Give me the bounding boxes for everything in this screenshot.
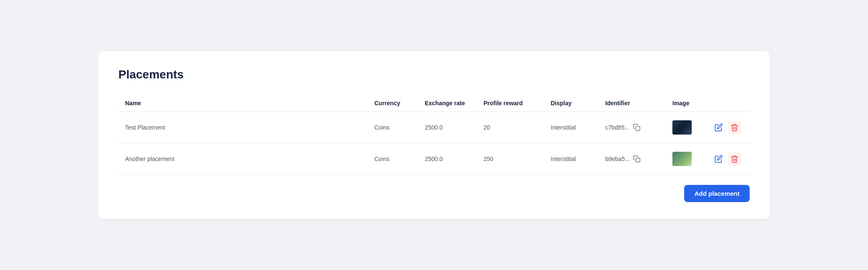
cell-profile-reward: 250 xyxy=(477,143,544,175)
cell-identifier: c7bd85... xyxy=(599,112,666,143)
col-header-actions xyxy=(708,95,750,112)
col-header-image: Image xyxy=(666,95,708,112)
cell-image xyxy=(666,143,708,175)
copy-icon[interactable] xyxy=(633,124,641,131)
placements-card: Placements Name Currency Exchange rate P… xyxy=(98,51,770,219)
cell-currency: Coins xyxy=(368,112,418,143)
cell-name: Test Placement xyxy=(118,112,368,143)
cell-actions xyxy=(708,112,750,143)
col-header-profile-reward: Profile reward xyxy=(477,95,544,112)
cell-image xyxy=(666,112,708,143)
col-header-identifier: Identifier xyxy=(599,95,666,112)
edit-button[interactable] xyxy=(714,155,723,163)
cell-display: Interstitial xyxy=(544,112,599,143)
table-row: Test Placement Coins 2500.0 20 Interstit… xyxy=(118,112,750,143)
col-header-display: Display xyxy=(544,95,599,112)
cell-display: Interstitial xyxy=(544,143,599,175)
placements-table: Name Currency Exchange rate Profile rewa… xyxy=(118,95,750,175)
placement-image xyxy=(672,152,692,166)
edit-button[interactable] xyxy=(714,123,723,132)
cell-actions xyxy=(708,143,750,175)
footer-row: Add placement xyxy=(118,175,750,202)
svg-rect-1 xyxy=(636,158,640,162)
copy-icon[interactable] xyxy=(633,155,641,163)
identifier-value: c7bd85... xyxy=(605,124,630,131)
cell-exchange-rate: 2500.0 xyxy=(418,143,477,175)
col-header-currency: Currency xyxy=(368,95,418,112)
cell-currency: Coins xyxy=(368,143,418,175)
col-header-name: Name xyxy=(118,95,368,112)
delete-button[interactable] xyxy=(728,121,741,134)
table-row: Another placement Coins 2500.0 250 Inter… xyxy=(118,143,750,175)
cell-profile-reward: 20 xyxy=(477,112,544,143)
cell-identifier: b9eba5... xyxy=(599,143,666,175)
identifier-value: b9eba5... xyxy=(605,156,630,162)
cell-exchange-rate: 2500.0 xyxy=(418,112,477,143)
add-placement-button[interactable]: Add placement xyxy=(684,185,750,202)
page-title: Placements xyxy=(118,68,750,81)
cell-name: Another placement xyxy=(118,143,368,175)
placement-image xyxy=(672,120,692,135)
delete-button[interactable] xyxy=(728,152,741,166)
col-header-exchange-rate: Exchange rate xyxy=(418,95,477,112)
svg-rect-0 xyxy=(635,127,640,131)
